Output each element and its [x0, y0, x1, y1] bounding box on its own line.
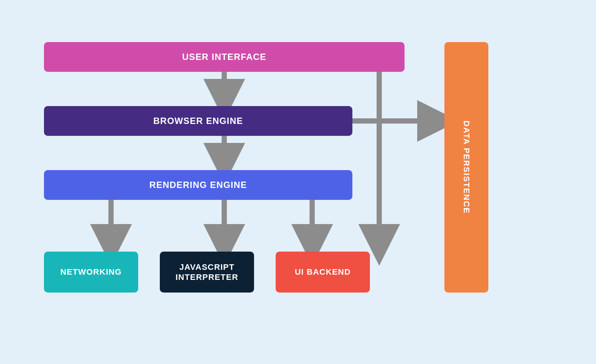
node-ui-backend-label: UI BACKEND [295, 267, 351, 277]
node-data-persistence-label: DATA PERSISTENCE [462, 121, 471, 214]
node-data-persistence: DATA PERSISTENCE [444, 42, 488, 293]
node-javascript-interpreter: JAVASCRIPT INTERPRETER [160, 252, 254, 293]
node-browser-engine-label: BROWSER ENGINE [153, 116, 243, 126]
node-user-interface-label: USER INTERFACE [182, 52, 266, 62]
node-rendering-engine-label: RENDERING ENGINE [149, 180, 247, 190]
node-ui-backend: UI BACKEND [276, 252, 370, 293]
node-networking: NETWORKING [44, 252, 138, 293]
node-javascript-interpreter-label: JAVASCRIPT INTERPRETER [160, 262, 254, 282]
node-networking-label: NETWORKING [60, 267, 122, 277]
browser-architecture-diagram: USER INTERFACE BROWSER ENGINE RENDERING … [44, 42, 552, 310]
node-user-interface: USER INTERFACE [44, 42, 405, 72]
node-browser-engine: BROWSER ENGINE [44, 106, 352, 136]
node-rendering-engine: RENDERING ENGINE [44, 170, 352, 200]
